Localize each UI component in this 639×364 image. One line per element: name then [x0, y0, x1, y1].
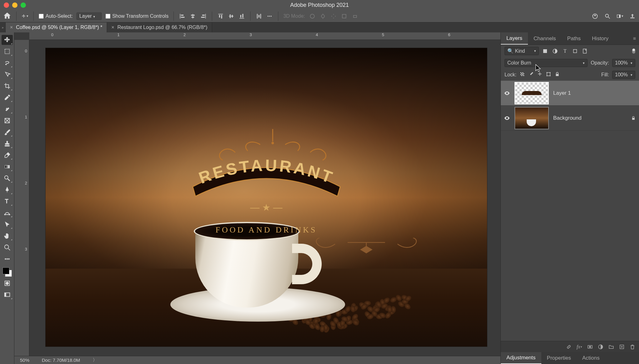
search-icon[interactable]: [604, 13, 611, 20]
3d-orbit-icon: [309, 13, 316, 20]
cloud-docs-icon[interactable]: [592, 13, 598, 20]
canvas-area[interactable]: 0 1 2 3 4 5 6 0 1 2 3 /*beans generated …: [14, 32, 500, 364]
eyedropper-tool[interactable]: [2, 93, 13, 103]
auto-select-checkbox[interactable]: Auto-Select:: [39, 13, 73, 19]
layer-name[interactable]: Layer 1: [553, 90, 571, 96]
align-center-v-icon[interactable]: [228, 13, 235, 20]
layer-thumbnail[interactable]: [515, 107, 549, 129]
hand-tool[interactable]: [2, 231, 13, 241]
type-tool[interactable]: T: [2, 196, 13, 206]
lock-position-icon[interactable]: [537, 71, 543, 78]
eraser-tool[interactable]: [2, 150, 13, 160]
filter-smart-icon[interactable]: [582, 48, 588, 54]
tab-paths[interactable]: Paths: [562, 32, 586, 45]
home-button[interactable]: [3, 12, 11, 21]
filter-pixel-icon[interactable]: [542, 48, 548, 54]
svg-rect-33: [619, 15, 620, 17]
align-top-icon[interactable]: [217, 13, 224, 20]
fill-input[interactable]: 100%▾: [612, 71, 635, 79]
more-options-icon[interactable]: [266, 13, 273, 20]
status-chevron-icon[interactable]: 〉: [93, 357, 97, 363]
svg-point-53: [8, 258, 9, 260]
tab-history[interactable]: History: [586, 32, 614, 45]
marquee-tool[interactable]: [2, 46, 13, 56]
align-bottom-icon[interactable]: [238, 13, 245, 20]
share-icon[interactable]: [629, 13, 636, 20]
screen-mode-tool[interactable]: [2, 290, 13, 300]
minimize-window[interactable]: [12, 2, 17, 8]
lock-artboard-icon[interactable]: [546, 71, 551, 78]
tab-channels[interactable]: Channels: [528, 32, 562, 45]
lock-paint-icon[interactable]: [528, 71, 534, 78]
divider: [212, 12, 212, 21]
crop-tool[interactable]: [2, 81, 13, 91]
edit-toolbar[interactable]: [2, 254, 13, 264]
pen-tool[interactable]: [2, 185, 13, 195]
svg-rect-57: [4, 293, 6, 297]
distribute-icon[interactable]: [256, 13, 262, 20]
doc-info[interactable]: Doc: 7.70M/18.0M: [42, 357, 80, 363]
lock-trans-icon[interactable]: [519, 71, 525, 78]
layer-item[interactable]: Background: [501, 106, 639, 131]
close-window[interactable]: [4, 2, 9, 8]
align-center-h-icon[interactable]: [189, 13, 196, 20]
tab-properties[interactable]: Properties: [541, 352, 577, 364]
panel-menu-icon[interactable]: ≡: [630, 32, 639, 45]
move-tool-icon[interactable]: ▾: [22, 13, 28, 20]
move-tool[interactable]: [2, 35, 13, 45]
workspace-switcher-icon[interactable]: ▾: [617, 13, 623, 20]
path-select-tool[interactable]: [2, 219, 13, 229]
tab-actions[interactable]: Actions: [577, 352, 605, 364]
align-right-icon[interactable]: [200, 13, 207, 20]
quick-select-tool[interactable]: [2, 69, 13, 79]
shape-tool[interactable]: [2, 208, 13, 218]
brush-tool[interactable]: [2, 127, 13, 137]
auto-select-target[interactable]: Layer ▾: [76, 12, 101, 20]
adjustment-layer-icon[interactable]: [598, 344, 603, 350]
delete-layer-icon[interactable]: [630, 344, 635, 350]
zoom-level[interactable]: 50%: [20, 357, 29, 363]
layer-thumbnail[interactable]: [515, 82, 549, 104]
dodge-tool[interactable]: [2, 173, 13, 183]
tab-layers[interactable]: Layers: [501, 32, 528, 45]
layer-item[interactable]: Layer 1: [501, 81, 639, 106]
layer-style-icon[interactable]: fx▾: [577, 344, 582, 350]
align-left-icon[interactable]: [179, 13, 186, 20]
document-tab-active[interactable]: × Coffee.psd @ 50% (Layer 1, RGB/8*) *: [6, 22, 107, 32]
filter-adjust-icon[interactable]: [552, 48, 558, 54]
canvas[interactable]: /*beans generated inline as divs below*/…: [46, 48, 487, 347]
gradient-tool[interactable]: [2, 162, 13, 172]
maximize-window[interactable]: [21, 2, 26, 8]
ruler-horizontal[interactable]: 0 1 2 3 4 5 6: [29, 32, 500, 40]
visibility-icon[interactable]: [504, 90, 510, 96]
layer-mask-icon[interactable]: [587, 344, 593, 350]
tab-adjustments[interactable]: Adjustments: [501, 352, 541, 364]
group-icon[interactable]: [608, 344, 614, 350]
frame-tool[interactable]: [2, 116, 13, 126]
3d-roll-icon: [320, 13, 326, 20]
tab-close-icon[interactable]: ×: [111, 25, 114, 30]
zoom-tool[interactable]: [2, 242, 13, 252]
filter-kind-select[interactable]: 🔍 Kind▾: [505, 47, 539, 55]
link-layers-icon[interactable]: [566, 344, 572, 350]
stamp-tool[interactable]: [2, 139, 13, 149]
opacity-input[interactable]: 100%▾: [612, 59, 635, 67]
healing-tool[interactable]: [2, 104, 13, 114]
ruler-vertical[interactable]: 0 1 2 3: [14, 40, 29, 357]
visibility-icon[interactable]: [504, 115, 510, 121]
lock-all-icon[interactable]: [554, 71, 560, 78]
new-layer-icon[interactable]: [619, 344, 625, 350]
tab-close-icon[interactable]: ×: [10, 25, 13, 30]
document-tab[interactable]: × Restaurant Logo.psd @ 66.7% (RGB/8*): [107, 22, 212, 32]
filter-shape-icon[interactable]: [572, 48, 578, 54]
filter-toggle[interactable]: [632, 49, 635, 54]
tab-overflow-toggle[interactable]: »: [0, 22, 6, 32]
lasso-tool[interactable]: [2, 58, 13, 68]
filter-type-icon[interactable]: T: [562, 48, 568, 54]
color-swatches[interactable]: [2, 267, 12, 277]
blend-mode-select[interactable]: Color Burn▾: [505, 59, 588, 67]
show-transform-checkbox[interactable]: Show Transform Controls: [105, 13, 169, 19]
layer-name[interactable]: Background: [553, 115, 582, 121]
quick-mask-tool[interactable]: [2, 278, 13, 288]
right-panels: Layers Channels Paths History ≡ 🔍 Kind▾ …: [500, 32, 639, 364]
